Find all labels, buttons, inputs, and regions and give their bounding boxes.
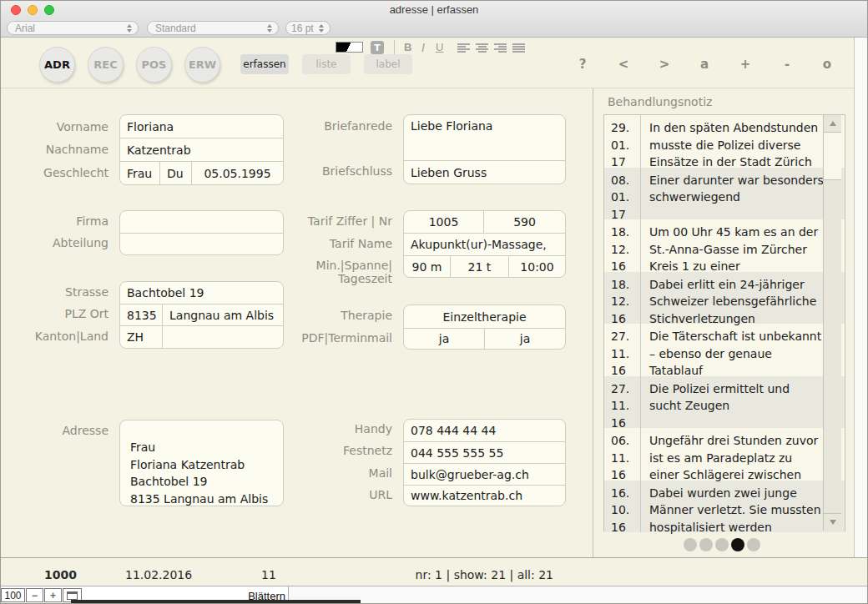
zoom-level-field[interactable]: 100 [1,588,25,602]
note-text[interactable]: Um 00 Uhr 45 kam es an der St.-Anna-Gass… [641,219,845,272]
font-family-select[interactable]: Arial [7,21,139,35]
kanton-land-label: Kanton|Land [0,330,108,343]
horizontal-scrollbar-thumb[interactable] [71,600,361,603]
align-right-icon[interactable] [494,43,507,53]
notes-scrollbar[interactable] [823,115,841,531]
note-row[interactable]: 27. 11. 16 Die Täterschaft ist unbekannt… [604,324,845,376]
tarif-ziffer-input[interactable]: 1005 [429,215,459,229]
ort-input[interactable]: Langnau am Albis [169,309,274,322]
handy-label: Handy [284,422,392,435]
paragraph-style-select[interactable]: Standard [147,21,279,35]
note-date[interactable]: 27. 11. 16 [604,376,641,429]
adresse-label: Adresse [0,424,108,437]
briefschluss-input[interactable]: Lieben Gruss [411,166,487,179]
align-center-icon[interactable] [476,43,488,53]
note-date[interactable]: 08. 01. 17 [604,168,641,220]
firma-label: Firma [0,214,108,228]
spanne-input[interactable]: 21 t [468,260,492,274]
zoom-out-button[interactable]: − [26,588,43,602]
mail-input[interactable]: bulk@grueber-ag.ch [411,468,529,481]
note-text[interactable]: Ungefähr drei Stunden zuvor ist es am Pa… [641,428,845,481]
nav-pos-button[interactable]: POS [136,47,172,83]
pagination-dot-2[interactable] [699,538,713,551]
note-date[interactable]: 06. 11. 16 [604,428,641,481]
handy-input[interactable]: 078 444 44 44 [411,424,496,437]
scroll-up-icon[interactable] [824,115,841,133]
kanton-input[interactable]: ZH [127,330,144,344]
pagination-dot-1[interactable] [684,538,697,551]
note-text[interactable]: Dabei wurden zwei junge Männer verletzt.… [641,481,845,533]
note-text[interactable]: Dabei erlitt ein 24-jähriger Schweizer l… [641,272,845,325]
note-text[interactable]: In den späten Abendstunden musste die Po… [641,115,845,168]
view-liste-button[interactable]: liste [302,54,351,74]
note-row[interactable]: 18. 12. 16 Dabei erlitt ein 24-jähriger … [604,272,845,325]
terminmail-input[interactable]: ja [520,332,530,345]
festnetz-label: Festnetz [284,444,392,457]
vorname-input[interactable]: Floriana [127,120,174,133]
omit-record-button[interactable]: o [818,57,836,72]
nav-erw-button[interactable]: ERW [184,47,220,83]
align-justify-icon[interactable] [512,43,525,53]
adresse-block[interactable]: Frau Floriana Katzentrab Bachtobel 19 81… [119,420,284,506]
new-record-button[interactable]: + [736,57,754,72]
note-row[interactable]: 29. 01. 17 In den späten Abendstunden mu… [604,115,845,168]
view-label-button[interactable]: label [364,54,412,74]
note-row[interactable]: 08. 01. 17 Einer darunter war besonders … [604,168,845,220]
tarif-name-input[interactable]: Akupunkt(ur)-Massage, [411,238,547,251]
note-text[interactable]: Die Täterschaft ist unbekannt – ebenso d… [641,324,845,376]
text-format-icon[interactable]: T [371,41,384,54]
festnetz-input[interactable]: 044 555 555 55 [411,446,503,460]
scroll-down-icon[interactable] [824,513,841,531]
brief-field-group: Liebe Floriana Lieben Gruss [403,114,566,184]
scrollbar-thumb[interactable] [824,133,841,180]
note-date[interactable]: 18. 12. 16 [604,219,641,272]
help-button[interactable]: ? [573,57,592,72]
pagination-dot-4-active[interactable] [731,538,744,551]
pdf-terminmail-label: PDF|Terminmail [284,331,392,345]
adresse-input[interactable]: Frau Floriana Katzentrab Bachtobel 19 81… [130,440,268,506]
font-size-select[interactable]: 16 pt [285,21,331,35]
note-text[interactable]: Einer darunter war besonders schwerwiege… [641,168,845,220]
note-row[interactable]: 06. 11. 16 Ungefähr drei Stunden zuvor i… [604,428,845,481]
pagination-dot-5[interactable] [747,538,760,551]
nachname-input[interactable]: Katzentrab [127,143,191,157]
prev-record-button[interactable]: < [614,57,633,72]
tarif-nr-input[interactable]: 590 [513,215,536,229]
note-date[interactable]: 18. 12. 16 [604,272,641,325]
nav-rec-button[interactable]: REC [88,47,124,83]
strasse-input[interactable]: Bachtobel 19 [127,286,204,299]
note-text[interactable]: Die Polizei ermittelt und sucht Zeugen [641,376,845,429]
contact-field-group: 078 444 44 44 044 555 555 55 bulk@gruebe… [403,419,566,506]
briefanrede-input[interactable]: Liebe Floriana [411,119,492,133]
note-date[interactable]: 16. 10. 16 [604,481,641,533]
font-size-value: 16 pt [291,23,314,34]
therapie-input[interactable]: Einzeltherapie [442,310,526,324]
tageszeit-input[interactable]: 10:00 [520,260,553,274]
plz-input[interactable]: 8135 [127,309,157,322]
note-date[interactable]: 27. 11. 16 [604,324,641,376]
pagination-dot-3[interactable] [715,538,729,551]
nav-adr-button[interactable]: ADR [39,47,75,83]
url-input[interactable]: www.katzentrab.ch [411,489,522,502]
window-scrollbar-track[interactable] [854,38,868,557]
minuten-input[interactable]: 90 m [412,260,442,274]
delete-record-button[interactable]: - [778,57,796,72]
underline-button[interactable]: U [436,41,443,53]
anrede-input[interactable]: Frau [127,167,152,180]
note-row[interactable]: 16. 10. 16 Dabei wurden zwei junge Männe… [604,481,845,533]
note-row[interactable]: 27. 11. 16 Die Polizei ermittelt und suc… [604,376,845,429]
bold-button[interactable]: B [404,41,411,53]
url-label: URL [284,488,392,501]
italic-button[interactable]: I [421,41,425,54]
note-date[interactable]: 29. 01. 17 [604,115,641,168]
zoom-in-button[interactable]: + [44,588,62,602]
pdf-input[interactable]: ja [439,332,449,345]
geburtstag-input[interactable]: 05.05.1995 [204,167,270,180]
text-color-swatch-icon[interactable] [336,42,363,53]
align-left-icon[interactable] [457,43,470,53]
duzen-input[interactable]: Du [167,167,184,180]
note-row[interactable]: 18. 12. 16 Um 00 Uhr 45 kam es an der St… [604,219,845,272]
view-erfassen-button[interactable]: erfassen [240,54,289,74]
next-record-button[interactable]: > [655,57,674,72]
show-all-button[interactable]: a [695,57,714,72]
